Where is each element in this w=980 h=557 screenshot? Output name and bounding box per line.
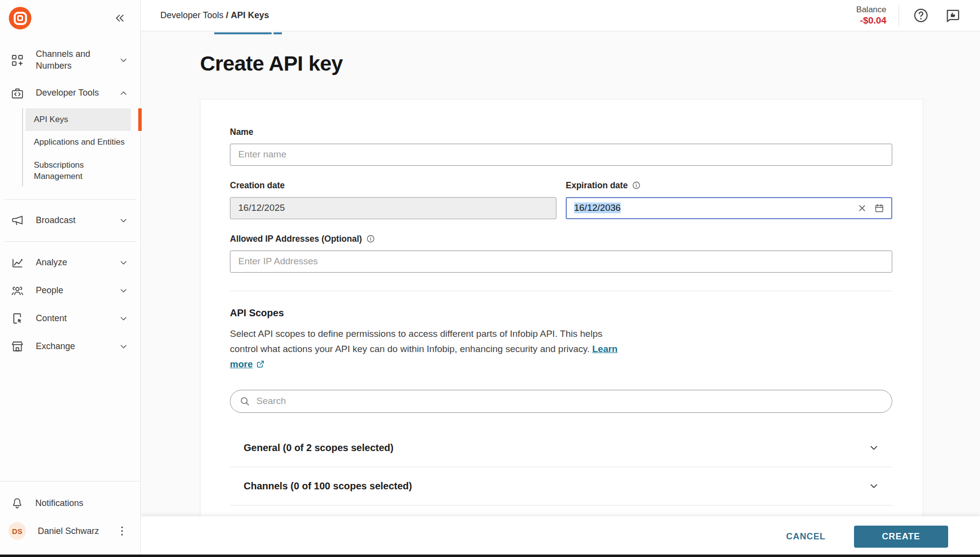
api-scopes-heading: API Scopes — [230, 307, 892, 319]
top-header: Developer Tools / API Keys Balance -$0.0… — [141, 0, 980, 31]
screen-bottom-edge — [0, 555, 980, 557]
chevron-down-icon — [119, 258, 128, 268]
sidebar-item-content[interactable]: Content — [0, 304, 140, 332]
name-label: Name — [230, 127, 892, 137]
close-icon — [857, 203, 867, 213]
create-button[interactable]: CREATE — [854, 526, 948, 548]
sidebar-item-label: Content — [36, 313, 107, 325]
content-icon — [11, 312, 24, 325]
search-input[interactable] — [230, 390, 892, 413]
api-scopes-description-text: Select API scopes to define permissions … — [230, 329, 603, 354]
scope-group-connectivity[interactable]: Connectivity (0 of 6 scopes selected) — [230, 505, 892, 516]
sidebar-subitem-api-keys[interactable]: API Keys — [25, 108, 131, 131]
balance-label: Balance — [856, 4, 886, 15]
sidebar-item-developer-tools[interactable]: Developer Tools — [0, 79, 140, 107]
analyze-icon — [11, 256, 24, 269]
scope-group-label: General (0 of 2 scopes selected) — [244, 442, 394, 454]
sidebar-item-label: Exchange — [36, 341, 107, 353]
infobip-logo-icon[interactable] — [9, 7, 31, 29]
chevron-down-icon — [119, 342, 128, 352]
sidebar-footer: Notifications DS Daniel Schwarz — [0, 481, 140, 557]
user-menu[interactable]: DS Daniel Schwarz — [0, 516, 140, 546]
feedback-button[interactable] — [943, 6, 962, 25]
chevron-down-icon — [868, 481, 879, 492]
help-button[interactable] — [911, 6, 930, 25]
balance-widget[interactable]: Balance -$0.04 — [856, 4, 886, 26]
broadcast-icon — [11, 214, 24, 227]
calendar-picker-button[interactable] — [874, 203, 884, 213]
sidebar-item-exchange[interactable]: Exchange — [0, 332, 140, 360]
divider — [5, 199, 136, 200]
creation-date-input — [230, 197, 556, 219]
expiration-date-label: Expiration date — [566, 180, 892, 191]
user-name: Daniel Schwarz — [38, 526, 106, 536]
calendar-icon — [874, 203, 884, 213]
breadcrumb: Developer Tools / API Keys — [160, 10, 269, 21]
breadcrumb-root[interactable]: Developer Tools — [160, 10, 224, 20]
allowed-ip-input[interactable] — [230, 251, 892, 273]
developer-tools-icon — [11, 87, 24, 100]
sidebar-item-label: Broadcast — [36, 215, 107, 227]
info-icon[interactable] — [366, 234, 375, 243]
sidebar-subitem-label: Applications and Entities — [34, 137, 125, 147]
scope-groups: General (0 of 2 scopes selected) Channel… — [230, 429, 892, 516]
sidebar-item-broadcast[interactable]: Broadcast — [0, 206, 140, 234]
scope-group-channels[interactable]: Channels (0 of 100 scopes selected) — [230, 467, 892, 505]
external-link-icon — [256, 359, 265, 369]
sidebar-collapse-button[interactable] — [112, 10, 127, 26]
people-icon — [11, 284, 24, 297]
notifications-button[interactable]: Notifications — [0, 490, 140, 516]
sidebar-subitem-label: Subscriptions Management — [34, 160, 84, 181]
user-more-button[interactable] — [118, 525, 126, 537]
expiration-date-label-text: Expiration date — [566, 180, 628, 191]
name-input[interactable] — [230, 144, 892, 166]
sidebar-item-label: Analyze — [36, 257, 107, 269]
chevron-down-icon — [119, 216, 128, 226]
sidebar-subitem-subscriptions-management[interactable]: Subscriptions Management — [0, 154, 118, 188]
expiration-date-input[interactable]: 16/12/2036 — [566, 197, 892, 219]
divider — [899, 5, 899, 26]
avatar: DS — [8, 522, 26, 540]
double-chevron-left-icon — [114, 12, 126, 24]
sidebar-subitem-applications-and-entities[interactable]: Applications and Entities — [0, 131, 140, 154]
breadcrumb-separator: / — [226, 10, 228, 20]
tab-indicator-fragment — [274, 32, 282, 34]
clear-date-button[interactable] — [857, 203, 867, 213]
chevron-down-icon — [119, 286, 128, 296]
bell-icon — [11, 497, 24, 509]
cancel-button[interactable]: CANCEL — [783, 531, 829, 542]
chevron-down-icon — [119, 314, 128, 324]
sidebar-item-label: Developer Tools — [36, 87, 107, 99]
divider — [5, 241, 136, 242]
page-title: Create API key — [200, 51, 980, 76]
channels-numbers-icon — [11, 53, 24, 67]
search-icon — [239, 396, 251, 407]
sidebar-item-analyze[interactable]: Analyze — [0, 249, 140, 277]
developer-tools-submenu: API Keys Applications and Entities Subsc… — [0, 107, 140, 193]
api-scopes-description: Select API scopes to define permissions … — [230, 326, 631, 372]
info-icon[interactable] — [632, 181, 641, 190]
question-circle-icon — [912, 7, 930, 24]
sidebar-item-channels-and-numbers[interactable]: Channels and Numbers — [0, 41, 140, 79]
sidebar: Channels and Numbers Developer Tools API… — [0, 0, 141, 557]
kebab-menu-icon — [121, 526, 124, 536]
breadcrumb-current: API Keys — [231, 10, 269, 20]
page-content: Create API key Name Creation date Expira… — [141, 31, 980, 516]
sidebar-subitem-label: API Keys — [34, 115, 68, 124]
balance-value: -$0.04 — [856, 15, 886, 26]
form-action-bar: CANCEL CREATE — [141, 516, 980, 557]
scope-group-general[interactable]: General (0 of 2 scopes selected) — [230, 429, 892, 467]
expiration-date-value: 16/12/2036 — [574, 203, 621, 213]
notifications-label: Notifications — [35, 498, 83, 508]
feedback-bubble-icon — [944, 7, 961, 25]
sidebar-item-people[interactable]: People — [0, 277, 140, 304]
scope-search — [230, 390, 892, 413]
creation-date-label: Creation date — [230, 180, 556, 191]
chevron-down-icon — [119, 55, 128, 65]
chevron-down-icon — [868, 442, 879, 454]
sidebar-item-label: People — [36, 285, 107, 297]
exchange-icon — [11, 340, 24, 353]
divider — [230, 291, 892, 291]
active-tab-indicator — [214, 32, 272, 34]
main-area: Developer Tools / API Keys Balance -$0.0… — [141, 0, 980, 557]
